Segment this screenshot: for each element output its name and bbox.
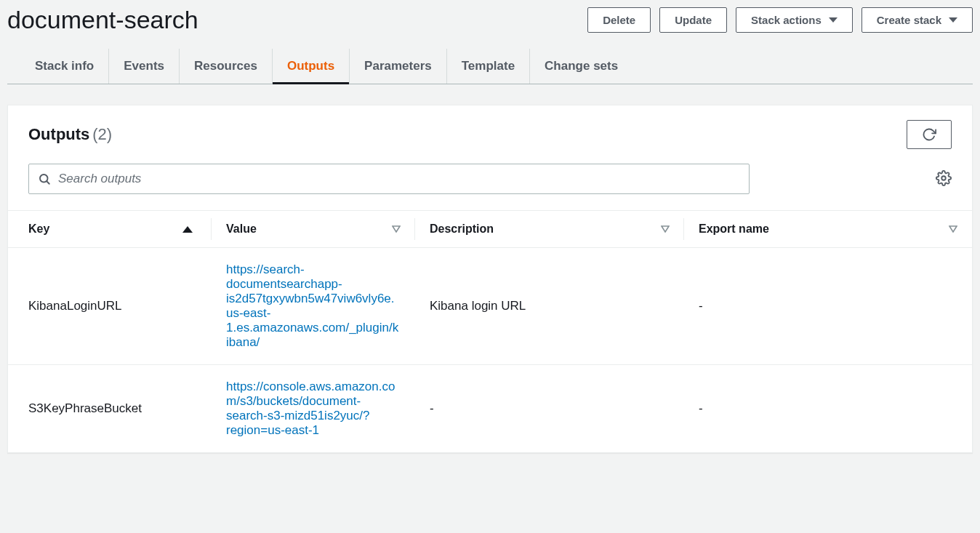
outputs-table: Key Value Description xyxy=(8,210,972,452)
gear-icon xyxy=(936,170,952,186)
column-label: Export name xyxy=(699,223,769,236)
tab-change-sets[interactable]: Change sets xyxy=(530,49,632,84)
sort-ascending-icon xyxy=(182,226,193,233)
table-row: S3KeyPhraseBuckethttps://console.aws.ama… xyxy=(8,365,972,453)
cell-value: https://search-documentsearchapp-is2d57t… xyxy=(212,248,415,365)
tab-outputs[interactable]: Outputs xyxy=(273,49,350,84)
search-row xyxy=(8,153,972,210)
delete-button[interactable]: Delete xyxy=(587,7,651,33)
outputs-panel: Outputs (2) Key xyxy=(7,105,973,453)
svg-marker-4 xyxy=(662,226,669,232)
refresh-button[interactable] xyxy=(907,120,952,149)
column-header-export[interactable]: Export name xyxy=(684,211,972,248)
cell-export: - xyxy=(684,365,972,453)
tab-template[interactable]: Template xyxy=(447,49,530,84)
tab-events[interactable]: Events xyxy=(109,49,180,84)
cell-export: - xyxy=(684,248,972,365)
tab-resources[interactable]: Resources xyxy=(180,49,273,84)
create-stack-button[interactable]: Create stack xyxy=(861,7,973,33)
column-label: Value xyxy=(226,223,257,236)
column-label: Key xyxy=(28,223,49,236)
cell-description: - xyxy=(415,365,684,453)
sort-icon xyxy=(392,225,401,233)
caret-down-icon xyxy=(829,17,838,23)
delete-button-label: Delete xyxy=(603,14,635,26)
sort-icon xyxy=(949,225,957,233)
table-row: KibanaLoginURLhttps://search-documentsea… xyxy=(8,248,972,365)
caret-down-icon xyxy=(949,17,957,23)
update-button[interactable]: Update xyxy=(659,7,727,33)
cell-description: Kibana login URL xyxy=(415,248,684,365)
stack-actions-button[interactable]: Stack actions xyxy=(736,7,853,33)
output-link[interactable]: https://search-documentsearchapp-is2d57t… xyxy=(226,263,398,349)
create-stack-label: Create stack xyxy=(877,14,941,26)
column-header-description[interactable]: Description xyxy=(415,211,684,248)
panel-header: Outputs (2) xyxy=(8,105,972,153)
update-button-label: Update xyxy=(675,14,712,26)
cell-key: S3KeyPhraseBucket xyxy=(8,365,212,453)
svg-line-1 xyxy=(47,181,49,183)
page-title: document-search xyxy=(7,6,198,34)
svg-marker-3 xyxy=(393,226,400,232)
cell-value: https://console.aws.amazon.com/s3/bucket… xyxy=(212,365,415,453)
panel-title: Outputs xyxy=(28,125,89,143)
stack-actions-label: Stack actions xyxy=(751,14,822,26)
cell-key: KibanaLoginURL xyxy=(8,248,212,365)
search-outputs-wrap[interactable] xyxy=(28,164,750,194)
column-header-value[interactable]: Value xyxy=(212,211,415,248)
output-link[interactable]: https://console.aws.amazon.com/s3/bucket… xyxy=(226,380,395,437)
column-header-key[interactable]: Key xyxy=(8,211,212,248)
panel-count: (2) xyxy=(92,125,112,143)
settings-button[interactable] xyxy=(936,170,952,188)
refresh-icon xyxy=(922,127,936,142)
search-input[interactable] xyxy=(58,172,740,186)
sort-icon xyxy=(661,225,670,233)
tab-stack-info[interactable]: Stack info xyxy=(20,49,109,84)
svg-marker-5 xyxy=(949,226,957,232)
svg-point-2 xyxy=(941,176,946,180)
column-label: Description xyxy=(430,223,494,236)
tabs: Stack infoEventsResourcesOutputsParamete… xyxy=(7,49,973,84)
page-header: document-search Delete Update Stack acti… xyxy=(7,0,973,49)
search-icon xyxy=(38,172,51,185)
panel-title-wrap: Outputs (2) xyxy=(28,125,112,144)
header-actions: Delete Update Stack actions Create stack xyxy=(587,7,973,33)
tab-parameters[interactable]: Parameters xyxy=(350,49,447,84)
